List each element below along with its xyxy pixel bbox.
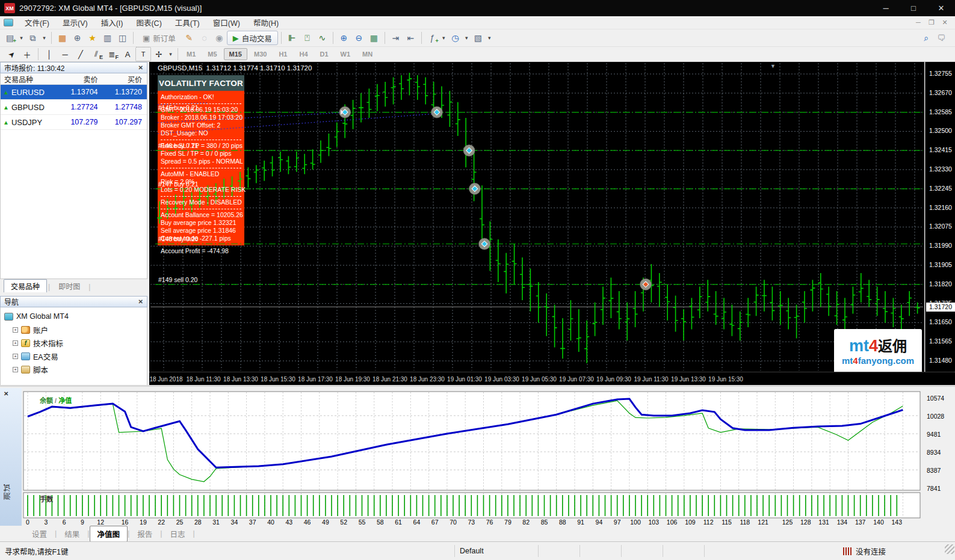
favorites-button[interactable]: ★	[85, 31, 100, 45]
legend-balance: 余额	[40, 397, 53, 404]
tester-tab[interactable]: 净值图	[90, 526, 128, 542]
tile-windows-button[interactable]: ▦	[366, 31, 382, 45]
mdi-close-button[interactable]: ✕	[938, 19, 951, 26]
close-button[interactable]: ✕	[927, 0, 955, 16]
horizontal-line-button[interactable]: ─	[57, 47, 73, 61]
connection-bars-icon	[843, 547, 853, 555]
candlestick-chart-button[interactable]: ⍞	[300, 31, 315, 45]
new-chart-button[interactable]: ▤+	[2, 31, 17, 45]
news-button[interactable]: ◉	[212, 31, 227, 45]
navigator-close-icon[interactable]: ✕	[138, 298, 143, 305]
vertical-line-button[interactable]: │	[42, 47, 57, 61]
time-axis-label: 19 Jun 03:30	[481, 376, 523, 383]
tester-tab[interactable]: 日志	[162, 526, 193, 542]
timeframe-h4[interactable]: H4	[294, 48, 313, 60]
bar-chart-button[interactable]: ⊩	[285, 31, 300, 45]
timeframe-h1[interactable]: H1	[273, 48, 292, 60]
templates-dropdown[interactable]: ▾	[486, 31, 493, 45]
text-label-button[interactable]: T	[135, 47, 151, 61]
menu-item[interactable]: 窗口(W)	[206, 15, 247, 30]
resize-grip[interactable]	[945, 544, 954, 554]
time-axis-label: 18 Jun 19:30	[332, 376, 374, 383]
menu-item[interactable]: 工具(T)	[168, 15, 206, 30]
price-chart[interactable]: VOLATILITY FACTORAuthorization - OK!GMT …	[149, 62, 924, 372]
time-axis-label: 18 Jun 2018	[145, 376, 187, 383]
mdi-minimize-button[interactable]: ─	[912, 19, 925, 26]
menu-item[interactable]: 文件(F)	[18, 15, 56, 30]
new-chart-dropdown[interactable]: ▾	[17, 31, 25, 45]
accounts-icon	[21, 326, 30, 334]
tester-tab[interactable]: 报告	[129, 526, 160, 542]
zoom-out-button[interactable]: ⊖	[351, 31, 366, 45]
styler-icon-button[interactable]: ✎	[182, 31, 197, 45]
crosshair-button[interactable]: ＋	[19, 47, 35, 61]
fibonacci-button[interactable]: ≣F	[104, 47, 120, 61]
arrows-button[interactable]: ✢	[151, 47, 167, 61]
navigator-item-indicators[interactable]: +f技术指标	[4, 336, 147, 349]
timeframe-d1[interactable]: D1	[315, 48, 334, 60]
expand-icon[interactable]: +	[13, 354, 18, 359]
mdi-restore-button[interactable]: ❐	[925, 19, 938, 26]
text-button[interactable]: A	[120, 47, 135, 61]
periods-dropdown[interactable]: ▾	[463, 31, 471, 45]
search-icon[interactable]: ⌕	[919, 31, 934, 45]
navigator-root[interactable]: XM Global MT4	[4, 310, 147, 323]
new-order-button[interactable]: ▣ 新订单	[137, 31, 182, 45]
price-axis[interactable]: 1.327551.326701.325851.325001.324151.323…	[925, 62, 955, 372]
timeframe-m5[interactable]: M5	[202, 48, 222, 60]
minimize-button[interactable]: ─	[872, 0, 900, 16]
mql-community-button[interactable]: ◌	[197, 31, 212, 45]
expand-icon[interactable]: +	[13, 367, 18, 372]
menu-item[interactable]: 插入(I)	[94, 15, 130, 30]
profiles-button[interactable]: ⧉	[25, 31, 40, 45]
channel-button[interactable]: ⫽E	[88, 47, 104, 61]
timeframe-mn[interactable]: MN	[357, 48, 378, 60]
auto-scroll-button[interactable]: ⇥	[388, 31, 403, 45]
menu-item[interactable]: 帮助(H)	[247, 15, 285, 30]
tester-vertical-tab[interactable]: 测试	[2, 483, 13, 500]
trendline-button[interactable]: ╱	[73, 47, 88, 61]
indicators-dropdown[interactable]: ▾	[440, 31, 448, 45]
navigator-item-accounts[interactable]: +账户	[4, 323, 147, 336]
navigator-item-scripts[interactable]: +脚本	[4, 363, 147, 376]
data-window-button[interactable]: ▥	[100, 31, 115, 45]
connection-status[interactable]: 没有连接	[843, 546, 886, 557]
timeframe-m15[interactable]: M15	[224, 48, 247, 60]
navigator-item-expert-advisors[interactable]: +EA交易	[4, 349, 147, 363]
status-profile[interactable]: Default	[455, 547, 538, 555]
tester-close-icon[interactable]: ✕	[4, 390, 8, 397]
arrows-dropdown[interactable]: ▾	[167, 47, 175, 61]
equity-legend: 余额 / 净值	[40, 395, 72, 405]
chat-icon[interactable]: 🗨	[934, 31, 949, 45]
navigator-header: 导航 ✕	[0, 296, 147, 307]
crosshair-cursor-button[interactable]: ⊕	[70, 31, 85, 45]
market-watch-tab[interactable]: 即时图	[51, 279, 87, 292]
indicators-button[interactable]: ƒ+	[425, 31, 440, 45]
periods-button[interactable]: ◷	[448, 31, 463, 45]
market-watch-tab[interactable]: 交易品种	[4, 279, 47, 292]
timeframe-m30[interactable]: M30	[249, 48, 272, 60]
profiles-dropdown[interactable]: ▾	[40, 31, 48, 45]
timeframe-m1[interactable]: M1	[181, 48, 201, 60]
market-watch-row[interactable]: ▲GBPUSD1.277241.27748	[1, 100, 147, 115]
tester-tab[interactable]: 结果	[57, 526, 87, 542]
expand-icon[interactable]: +	[13, 340, 18, 346]
time-axis[interactable]: 18 Jun 201818 Jun 11:3018 Jun 13:3018 Ju…	[149, 372, 955, 385]
navigator-toggle[interactable]: ◫	[115, 31, 130, 45]
tester-tab[interactable]: 设置	[24, 526, 55, 542]
line-chart-button[interactable]: ∿	[315, 31, 330, 45]
equity-chart: 0369121619222528313437404346495255586164…	[23, 389, 922, 525]
market-watch-toggle[interactable]: ▦	[55, 31, 70, 45]
maximize-button[interactable]: □	[900, 0, 927, 16]
market-watch-row[interactable]: ▲USDJPY107.279107.297	[1, 115, 147, 130]
templates-button[interactable]: ▧	[471, 31, 486, 45]
timeframe-w1[interactable]: W1	[335, 48, 356, 60]
autotrading-button[interactable]: ▶ 自动交易	[227, 31, 278, 45]
market-watch-row[interactable]: ▲EURUSD1.137041.13720	[1, 85, 147, 100]
chart-shift-button[interactable]: ⇤	[403, 31, 418, 45]
market-watch-close-icon[interactable]: ✕	[138, 64, 143, 71]
menu-item[interactable]: 显示(V)	[56, 15, 94, 30]
menu-item[interactable]: 图表(C)	[129, 15, 168, 30]
zoom-in-button[interactable]: ⊕	[336, 31, 351, 45]
expand-icon[interactable]: +	[13, 327, 18, 333]
